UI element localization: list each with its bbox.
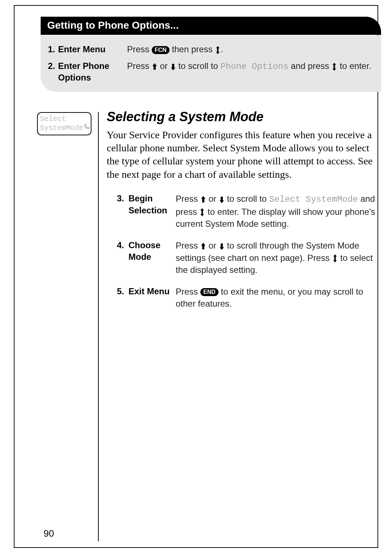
step-number: 2.: [48, 60, 58, 71]
step-label: Enter Phone Options: [58, 60, 127, 83]
step-description: Press FCN then press .: [127, 44, 374, 55]
arrow-down-icon: [219, 195, 225, 204]
step-row: 5.Exit MenuPress END to exit the menu, o…: [117, 286, 381, 310]
arrow-updown-icon: [199, 208, 205, 217]
arrow-down-icon: [170, 62, 176, 71]
arrow-up-icon: [200, 195, 206, 204]
step-label: Enter Menu: [58, 44, 127, 55]
section-paragraph: Your Service Provider configures this fe…: [107, 128, 381, 181]
lcd-card: Select SystemMode: [37, 112, 91, 135]
lcd-text: Select SystemMode: [269, 194, 358, 204]
arrow-up-icon: [200, 242, 206, 251]
step-label: Exit Menu: [128, 286, 176, 297]
header-bar: Getting to Phone Options...: [41, 17, 381, 35]
arrow-updown-icon: [332, 254, 338, 263]
end-key-icon: END: [200, 288, 219, 296]
arrow-up-icon: [152, 62, 158, 71]
step-description: Press END to exit the menu, or you may s…: [176, 286, 381, 310]
lcd-line1: Select: [40, 114, 89, 123]
step-label: Begin Selection: [128, 193, 176, 216]
intro-row: 1.Enter MenuPress FCN then press .: [48, 44, 374, 55]
phone-icon: [83, 123, 90, 132]
arrow-updown-icon: [331, 62, 337, 71]
fcn-key-icon: FCN: [152, 46, 170, 54]
lcd-line2: SystemMode: [40, 123, 83, 132]
page-frame: Getting to Phone Options... 1.Enter Menu…: [14, 5, 378, 548]
step-number: 1.: [48, 44, 58, 55]
arrow-updown-icon: [215, 46, 221, 54]
step-description: Press or to scroll to Select SystemMode …: [176, 193, 381, 230]
section-title: Selecting a System Mode: [107, 110, 381, 124]
step-number: 3.: [117, 193, 128, 204]
step-description: Press or to scroll through the System Mo…: [176, 239, 381, 276]
step-row: 4.Choose ModePress or to scroll through …: [117, 239, 381, 276]
step-number: 4.: [117, 239, 128, 251]
step-label: Choose Mode: [128, 239, 176, 263]
step-description: Press or to scroll to Phone Options and …: [127, 60, 374, 73]
intro-box: 1.Enter MenuPress FCN then press .2.Ente…: [41, 36, 381, 92]
vertical-divider: [98, 112, 99, 541]
intro-row: 2.Enter Phone OptionsPress or to scroll …: [48, 60, 374, 83]
step-row: 3.Begin SelectionPress or to scroll to S…: [117, 193, 381, 230]
step-number: 5.: [117, 286, 128, 297]
arrow-down-icon: [219, 242, 225, 251]
main-content: Selecting a System Mode Your Service Pro…: [107, 110, 381, 319]
page-number: 90: [44, 528, 54, 539]
steps-table: 3.Begin SelectionPress or to scroll to S…: [107, 193, 381, 310]
lcd-text: Phone Options: [220, 62, 288, 71]
